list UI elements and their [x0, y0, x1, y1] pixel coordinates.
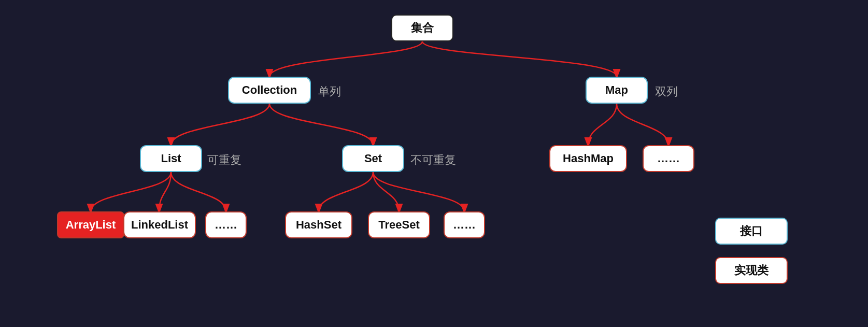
label-double: 双列	[655, 84, 678, 99]
node-collection: Collection	[228, 77, 311, 104]
diagram-container: 集合 Collection 单列 Map 双列 List 可重复 Set 不可重…	[0, 0, 868, 327]
node-set: Set	[342, 145, 404, 172]
node-dotdot-map: ……	[643, 145, 694, 172]
node-list: List	[140, 145, 202, 172]
node-jihe: 集合	[391, 15, 453, 41]
label-repeatable: 可重复	[207, 152, 241, 168]
node-hashmap: HashMap	[549, 145, 627, 172]
node-dotdot-list: ……	[205, 211, 247, 238]
node-arraylist: ArrayList	[57, 211, 124, 238]
legend-impl: 实现类	[715, 257, 788, 284]
legend-interface: 接口	[715, 218, 788, 245]
node-dotdot-set: ……	[444, 211, 485, 238]
node-map: Map	[586, 77, 648, 104]
node-treeset: TreeSet	[368, 211, 430, 238]
label-single: 单列	[318, 84, 341, 99]
node-linkedlist: LinkedList	[123, 211, 196, 238]
node-hashset: HashSet	[285, 211, 352, 238]
label-nonrepeatable: 不可重复	[410, 152, 456, 168]
